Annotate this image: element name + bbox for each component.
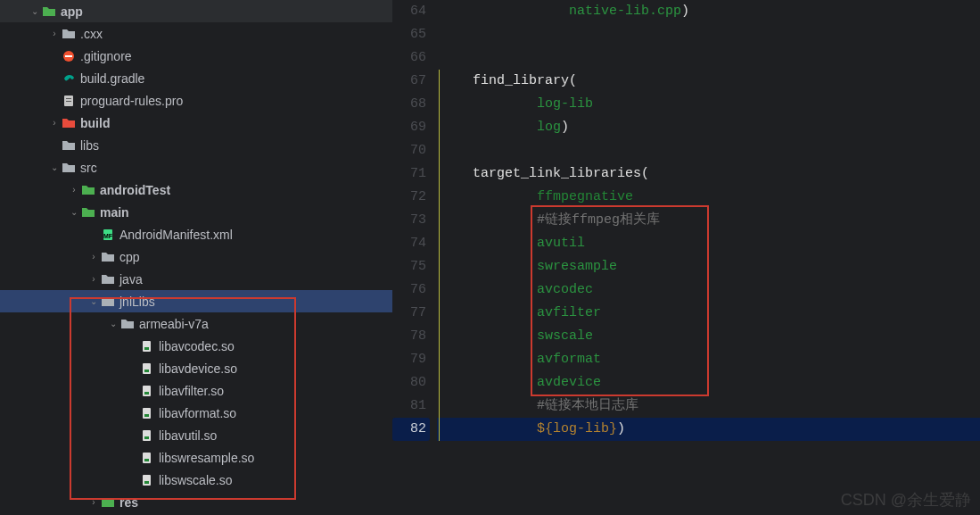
- indent-guide: [439, 302, 440, 325]
- tree-item[interactable]: ⌄armeabi-v7a: [0, 312, 392, 335]
- code-line[interactable]: swresample: [437, 255, 980, 278]
- code-line[interactable]: #链接本地日志库: [437, 395, 980, 418]
- code-line[interactable]: avdevice: [437, 371, 980, 395]
- code-line[interactable]: avutil: [437, 232, 980, 255]
- gitignore-icon: [61, 49, 77, 63]
- tree-item[interactable]: MFAndroidManifest.xml: [0, 223, 392, 245]
- tree-item-label: .cxx: [80, 27, 103, 41]
- tree-item[interactable]: libavformat.so: [0, 402, 392, 424]
- code-line[interactable]: find_library(: [437, 70, 980, 93]
- tree-item[interactable]: .gitignore: [0, 45, 392, 67]
- folder-green-icon: [100, 496, 116, 509]
- tree-item-label: libswresample.so: [159, 451, 254, 465]
- tree-item[interactable]: libavutil.so: [0, 424, 392, 446]
- svg-rect-3: [66, 98, 71, 99]
- code-line[interactable]: [437, 23, 980, 46]
- tree-item[interactable]: ⌄app: [0, 0, 392, 22]
- chevron-down-icon[interactable]: ⌄: [107, 319, 119, 328]
- tree-item[interactable]: ⌄main: [0, 201, 392, 223]
- code-line[interactable]: native-lib.cpp): [437, 0, 980, 23]
- line-number: 77: [392, 302, 426, 325]
- tree-item[interactable]: ›.cxx: [0, 22, 392, 45]
- tree-item-label: cpp: [119, 250, 140, 264]
- chevron-down-icon[interactable]: ⌄: [68, 207, 80, 217]
- line-number: 64: [392, 0, 426, 23]
- manifest-icon: MF: [100, 228, 116, 242]
- lib-icon: [139, 361, 155, 376]
- tree-item[interactable]: libavcodec.so: [0, 335, 392, 357]
- tree-item[interactable]: libavdevice.so: [0, 357, 392, 379]
- svg-rect-8: [144, 347, 149, 350]
- folder-icon: [100, 273, 116, 286]
- tree-item[interactable]: ⌄jniLibs: [0, 290, 392, 312]
- chevron-right-icon[interactable]: ›: [48, 29, 61, 38]
- tree-item-label: java: [119, 272, 143, 287]
- indent-guide: [439, 93, 440, 116]
- code-line[interactable]: target_link_libraries(: [437, 162, 980, 186]
- code-line[interactable]: ffmpegnative: [437, 186, 980, 209]
- code-line[interactable]: #链接ffmpeg相关库: [437, 209, 980, 232]
- line-number: 68: [392, 93, 426, 116]
- chevron-right-icon[interactable]: ›: [87, 252, 100, 262]
- chevron-down-icon[interactable]: ⌄: [48, 162, 61, 172]
- code-line[interactable]: [437, 139, 980, 162]
- indent-guide: [439, 348, 440, 371]
- tree-item[interactable]: ›androidTest: [0, 179, 392, 201]
- tree-item[interactable]: libswresample.so: [0, 446, 392, 469]
- svg-rect-12: [144, 392, 149, 395]
- indent-guide: [439, 418, 440, 441]
- code-line[interactable]: ${log-lib}): [437, 418, 980, 441]
- file-tree[interactable]: ⌄app›.cxx.gitignorebuild.gradleproguard-…: [0, 0, 392, 515]
- tree-item[interactable]: ›build: [0, 112, 392, 134]
- tree-item-label: libswscale.so: [159, 473, 232, 487]
- chevron-down-icon[interactable]: ⌄: [29, 6, 41, 16]
- chevron-right-icon[interactable]: ›: [87, 497, 100, 507]
- folder-icon: [61, 28, 77, 40]
- code-line[interactable]: [437, 46, 980, 70]
- tree-item[interactable]: libswscale.so: [0, 469, 392, 491]
- chevron-right-icon[interactable]: ›: [87, 274, 100, 284]
- code-line[interactable]: log-lib: [437, 93, 980, 116]
- code-line[interactable]: avformat: [437, 348, 980, 371]
- line-number: 72: [392, 186, 426, 209]
- indent-guide: [439, 162, 440, 186]
- tree-item[interactable]: ›java: [0, 268, 392, 290]
- indent-guide: [439, 209, 440, 232]
- line-number: 80: [392, 371, 426, 395]
- watermark: CSDN @余生爱静: [841, 489, 971, 511]
- tree-item-label: .gitignore: [80, 49, 132, 63]
- code-line[interactable]: avfilter: [437, 302, 980, 325]
- tree-item[interactable]: ⌄src: [0, 156, 392, 179]
- indent-guide: [439, 139, 440, 162]
- indent-guide: [439, 116, 440, 139]
- lib-icon: [139, 339, 155, 353]
- tree-item[interactable]: libavfilter.so: [0, 379, 392, 402]
- code-editor[interactable]: 64656667686970717273747576777879808182 n…: [392, 0, 980, 515]
- code-line[interactable]: log): [437, 116, 980, 139]
- indent-guide: [439, 255, 440, 278]
- code-area[interactable]: native-lib.cpp)find_library( log-lib log…: [437, 0, 980, 515]
- svg-text:MF: MF: [103, 233, 113, 239]
- chevron-down-icon[interactable]: ⌄: [87, 296, 100, 306]
- tree-item[interactable]: ›res: [0, 491, 392, 513]
- folder-icon: [61, 162, 77, 174]
- line-number: 76: [392, 278, 426, 302]
- proguard-icon: [61, 94, 77, 108]
- code-line[interactable]: swscale: [437, 325, 980, 348]
- tree-item[interactable]: ›cpp: [0, 245, 392, 268]
- svg-rect-9: [143, 363, 151, 374]
- tree-item[interactable]: libs: [0, 134, 392, 156]
- line-number: 67: [392, 70, 426, 93]
- tree-item[interactable]: proguard-rules.pro: [0, 89, 392, 112]
- indent-guide: [439, 325, 440, 348]
- indent-guide: [439, 70, 440, 93]
- line-number: 74: [392, 232, 426, 255]
- line-number: 82: [392, 418, 430, 441]
- code-line[interactable]: avcodec: [437, 278, 980, 302]
- line-number: 69: [392, 116, 426, 139]
- folder-red-icon: [61, 117, 77, 129]
- chevron-right-icon[interactable]: ›: [68, 185, 80, 195]
- chevron-right-icon[interactable]: ›: [48, 118, 61, 128]
- tree-item[interactable]: build.gradle: [0, 67, 392, 89]
- svg-rect-18: [144, 459, 149, 461]
